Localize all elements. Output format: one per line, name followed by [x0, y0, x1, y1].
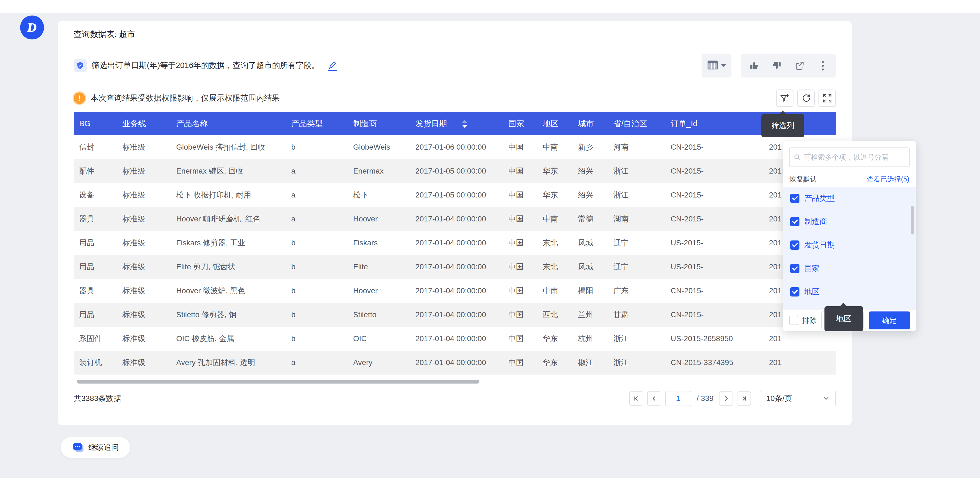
- table-cell: b: [286, 255, 348, 279]
- column-option-制造商[interactable]: 制造商: [783, 210, 916, 233]
- chat-icon: [72, 442, 84, 453]
- option-label: 发货日期: [804, 240, 835, 250]
- thumb-down-icon[interactable]: [772, 61, 782, 71]
- table-cell: Stiletto: [348, 303, 410, 327]
- sort-icon[interactable]: [462, 120, 468, 128]
- table-cell: 中国: [503, 183, 537, 207]
- table-cell: 中国: [503, 327, 537, 351]
- table-cell: 河南: [608, 135, 665, 159]
- column-option-地区[interactable]: 地区: [783, 280, 916, 303]
- column-option-产品类型[interactable]: 产品类型: [783, 187, 916, 210]
- option-checkbox[interactable]: [790, 217, 799, 226]
- table-cell: Fiskars: [348, 231, 410, 255]
- column-header[interactable]: 城市: [573, 112, 608, 135]
- filter-columns-popup: 恢复默认 查看已选择(5) 产品类型制造商发货日期国家地区城市 排除 取消 确定: [783, 141, 916, 331]
- popup-links-row: 恢复默认 查看已选择(5): [790, 174, 909, 185]
- table-cell: OIC 橡皮筋, 金属: [171, 327, 286, 351]
- table-row: 器具标准级Hoover 咖啡研磨机, 红色aHoover2017-01-04 0…: [74, 207, 836, 231]
- column-header[interactable]: 业务线: [117, 112, 171, 135]
- column-header[interactable]: 发货日期: [410, 112, 503, 135]
- table-cell: 甘肃: [608, 303, 665, 327]
- option-checkbox[interactable]: [790, 241, 799, 250]
- column-option-发货日期[interactable]: 发货日期: [783, 233, 916, 257]
- table-cell: 华东: [537, 159, 573, 183]
- table-cell: Hoover: [348, 207, 410, 231]
- popup-option-list: 产品类型制造商发货日期国家地区城市: [783, 187, 916, 309]
- exclude-checkbox-row[interactable]: 排除: [789, 316, 817, 325]
- table-cell: 配件: [74, 159, 117, 183]
- column-header[interactable]: 省/自治区: [608, 112, 665, 135]
- column-header[interactable]: BG: [74, 112, 117, 135]
- followup-button[interactable]: 继续追问: [60, 437, 130, 458]
- column-option-国家[interactable]: 国家: [783, 257, 916, 280]
- table-cell: US-2015-2658950: [665, 327, 764, 351]
- popup-search-input[interactable]: [804, 153, 905, 161]
- table-cell: 标准级: [117, 231, 171, 255]
- table-cell: 标准级: [117, 207, 171, 231]
- more-vertical-icon[interactable]: [818, 61, 828, 71]
- table-cell: Hoover: [348, 279, 410, 303]
- table-cell: 椒江: [573, 351, 608, 375]
- column-header[interactable]: 制造商: [348, 112, 410, 135]
- column-header[interactable]: 国家: [503, 112, 537, 135]
- edit-icon[interactable]: [328, 60, 337, 71]
- last-page-button[interactable]: [737, 391, 751, 405]
- horizontal-scrollbar[interactable]: [77, 380, 479, 384]
- share-icon[interactable]: [795, 61, 805, 71]
- exclude-label: 排除: [802, 316, 817, 325]
- table-cell: b: [286, 279, 348, 303]
- table-cell: Elite: [348, 255, 410, 279]
- refresh-button[interactable]: [797, 89, 815, 107]
- table-view-button[interactable]: [702, 54, 732, 78]
- table-cell: 2017-01-05 00:00:00: [410, 183, 503, 207]
- table-cell: 广东: [608, 279, 665, 303]
- page-title: 查询数据表: 超市: [74, 29, 135, 40]
- table-cell: 东北: [537, 231, 573, 255]
- view-selected-link[interactable]: 查看已选择(5): [867, 175, 909, 183]
- column-header[interactable]: 产品类型: [286, 112, 348, 135]
- table-cell: 辽宁: [608, 231, 665, 255]
- table-cell: CN-2015-3374395: [665, 351, 764, 375]
- option-checkbox[interactable]: [790, 264, 799, 273]
- feedback-icon-group: [741, 54, 836, 78]
- popup-search-box: [789, 147, 910, 167]
- table-cell: 中国: [503, 159, 537, 183]
- table-row: 配件标准级Enermax 键区, 回收aEnermax2017-01-05 00…: [74, 159, 836, 183]
- filter-columns-button[interactable]: [776, 89, 794, 107]
- page-size-select[interactable]: 10条/页: [760, 391, 836, 407]
- total-count: 共3383条数据: [74, 393, 121, 403]
- fullscreen-button[interactable]: [818, 89, 836, 107]
- tooltip-arrow: [780, 111, 786, 115]
- table-cell: a: [286, 207, 348, 231]
- table-cell: 浙江: [608, 159, 665, 183]
- tooltip-text: 地区: [836, 314, 851, 324]
- column-header[interactable]: 订单_Id: [665, 112, 764, 135]
- first-page-button[interactable]: [629, 391, 643, 405]
- page-number-input[interactable]: [665, 391, 691, 406]
- option-checkbox[interactable]: [790, 194, 799, 203]
- permission-notice-text: 本次查询结果受数据权限影响，仅展示权限范围内结果: [91, 93, 280, 104]
- data-table: BG业务线产品名称产品类型制造商发货日期国家地区城市省/自治区订单_Id订单日期…: [74, 112, 836, 375]
- table-cell: 2017-01-04 00:00:00: [410, 279, 503, 303]
- followup-label: 继续追问: [88, 442, 119, 453]
- table-cell: 浙江: [608, 183, 665, 207]
- table-cell: 中国: [503, 231, 537, 255]
- table-cell: 2017-01-04 00:00:00: [410, 303, 503, 327]
- permission-notice-row: ! 本次查询结果受数据权限影响，仅展示权限范围内结果: [74, 88, 836, 108]
- exclude-checkbox[interactable]: [789, 316, 799, 325]
- popup-scrollbar-thumb[interactable]: [911, 206, 914, 234]
- restore-default-link[interactable]: 恢复默认: [790, 175, 817, 183]
- table-cell: Stiletto 修剪器, 钢: [171, 303, 286, 327]
- thumb-up-icon[interactable]: [749, 61, 759, 71]
- next-page-button[interactable]: [719, 391, 733, 405]
- option-checkbox[interactable]: [790, 287, 799, 297]
- table-cell: 凤城: [573, 255, 608, 279]
- column-header[interactable]: 产品名称: [171, 112, 286, 135]
- chat-screen: D 查询数据表: 超市 筛选出订单日期(年)等于2016年的数据，查询了超市的所…: [0, 0, 980, 488]
- table-cell: 标准级: [117, 327, 171, 351]
- confirm-button[interactable]: 确定: [869, 311, 910, 329]
- option-label: 制造商: [804, 217, 827, 227]
- table-cell: 系固件: [74, 327, 117, 351]
- prev-page-button[interactable]: [647, 391, 661, 405]
- column-header[interactable]: 地区: [537, 112, 573, 135]
